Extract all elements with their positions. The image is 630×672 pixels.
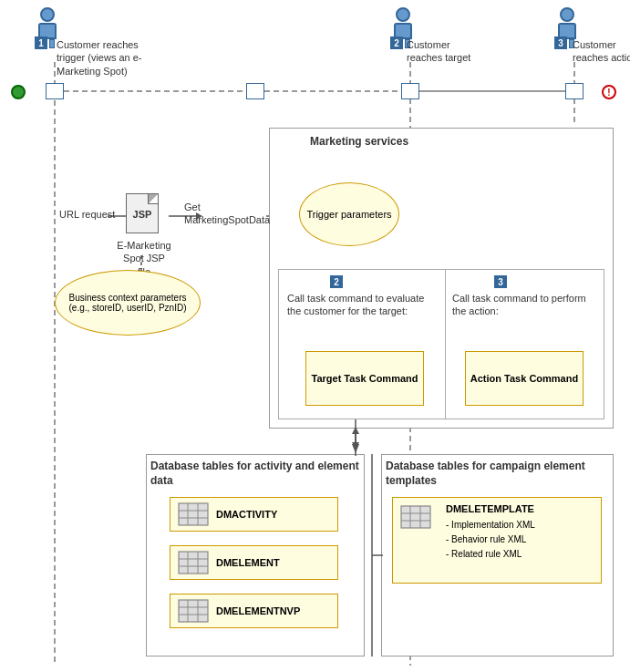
dmeletemplate-label: DMELETEMPLATE xyxy=(446,503,535,514)
db-table-icon-1 xyxy=(178,502,209,526)
dmele-item-2: - Related rule XML xyxy=(446,547,535,562)
marketing-box-label: Marketing services xyxy=(310,135,408,150)
call-action-label: Call task command to perform the action: xyxy=(452,292,598,318)
flow-box-1 xyxy=(46,83,64,99)
person-1-head xyxy=(40,7,55,22)
inner-divider xyxy=(445,269,446,419)
step-badge-2-person: 2 xyxy=(390,36,403,49)
dmelementnvp-label: DMELEMENTNVP xyxy=(216,605,300,616)
step-badge-3-person: 3 xyxy=(554,36,567,49)
get-marketing-label: Get MarketingSpotData xyxy=(184,201,266,227)
target-task-box: Target Task Command xyxy=(305,351,424,406)
svg-rect-25 xyxy=(179,552,208,574)
dmele-item-0: - Implementation XML xyxy=(446,518,535,532)
db-connector-svg xyxy=(363,454,385,656)
up-arrow-svg xyxy=(346,424,374,459)
jsp-corner xyxy=(149,194,158,203)
db-table-icon-3 xyxy=(178,599,209,623)
diagram: 1 Customer reaches trigger (views an e-M… xyxy=(0,0,630,672)
db-campaign-title: Database tables for campaign element tem… xyxy=(386,460,609,488)
step-badge-1: 1 xyxy=(35,36,47,49)
db-dmeletemplate: DMELETEMPLATE - Implementation XML - Beh… xyxy=(392,497,602,584)
person-2-head xyxy=(396,7,410,22)
dmelement-label: DMELEMENT xyxy=(216,557,280,568)
dmeletemplate-items: - Implementation XML - Behavior rule XML… xyxy=(446,518,535,562)
call-target-label: Call task command to evaluate the custom… xyxy=(287,292,433,318)
svg-rect-30 xyxy=(179,600,208,622)
biz-params-label: Business context parameters (e.g., store… xyxy=(56,289,200,316)
person-2-label: Customer reaches target xyxy=(407,38,480,65)
person-3-label: Customer reaches action xyxy=(573,38,630,65)
db-table-icon-4 xyxy=(400,505,431,529)
action-task-box: Action Task Command xyxy=(465,351,584,406)
flow-box-3 xyxy=(565,83,584,99)
dmele-item-1: - Behavior rule XML xyxy=(446,532,535,547)
flow-box-2 xyxy=(401,83,419,99)
svg-rect-20 xyxy=(179,503,208,525)
svg-marker-43 xyxy=(352,427,359,434)
db-dmelement: DMELEMENT xyxy=(170,545,338,580)
jsp-page: JSP xyxy=(126,193,159,233)
db-dmelementnvp: DMELEMENTNVP xyxy=(170,594,338,628)
url-request-label: URL request xyxy=(59,208,115,221)
trigger-oval: Trigger parameters xyxy=(299,182,399,246)
dmactivity-label: DMACTIVITY xyxy=(216,509,277,520)
person-1-label: Customer reaches trigger (views an e-Mar… xyxy=(57,38,166,78)
start-circle xyxy=(11,85,26,99)
trigger-oval-label: Trigger parameters xyxy=(303,205,395,223)
step-badge-3: 3 xyxy=(494,275,507,288)
db-dmactivity: DMACTIVITY xyxy=(170,497,338,532)
db-table-icon-2 xyxy=(178,551,209,574)
step-badge-2: 2 xyxy=(330,275,343,288)
target-task-label: Target Task Command xyxy=(312,373,418,384)
jsp-label: JSP xyxy=(133,209,152,220)
action-task-label: Action Task Command xyxy=(470,373,578,384)
flow-box-mid xyxy=(246,83,264,99)
jsp-file-icon: JSP xyxy=(126,193,159,233)
db-activity-title: Database tables for activity and element… xyxy=(150,460,360,488)
end-circle: ! xyxy=(602,85,616,99)
biz-params-oval: Business context parameters (e.g., store… xyxy=(55,270,201,336)
svg-rect-35 xyxy=(401,506,430,528)
dmeletemplate-content: DMELETEMPLATE - Implementation XML - Beh… xyxy=(446,503,535,562)
person-3-head xyxy=(560,7,574,22)
